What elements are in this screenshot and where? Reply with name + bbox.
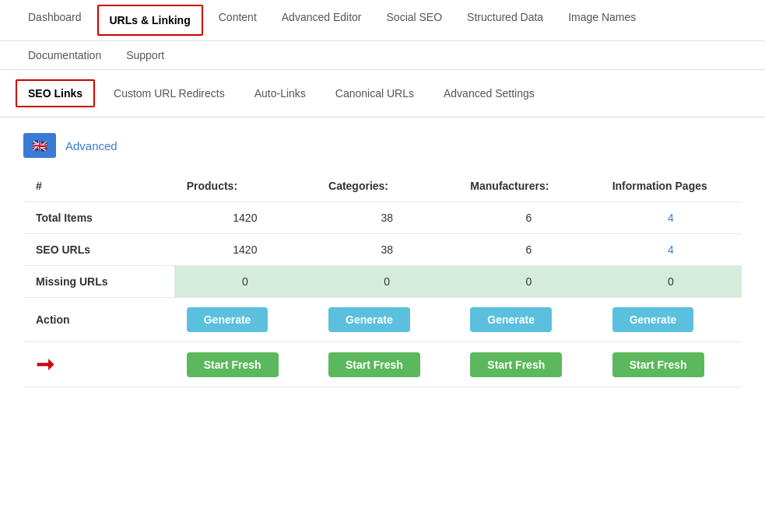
- start-fresh-categories-button[interactable]: Start Fresh: [328, 352, 420, 377]
- nav-content[interactable]: Content: [206, 0, 269, 40]
- row-missing-urls-categories: 0: [316, 266, 458, 298]
- row-seo-urls-manufacturers: 6: [458, 234, 599, 266]
- start-fresh-products-button[interactable]: Start Fresh: [187, 352, 279, 377]
- sub-nav: SEO Links Custom URL Redirects Auto-Link…: [0, 70, 765, 117]
- subnav-seo-links[interactable]: SEO Links: [16, 79, 95, 107]
- start-fresh-manufacturers-button[interactable]: Start Fresh: [470, 352, 562, 377]
- subnav-custom-url-redirects[interactable]: Custom URL Redirects: [103, 81, 236, 106]
- table-header-row: # Products: Categories: Manufacturers: I…: [23, 170, 742, 202]
- action-row: Action Generate Generate Generate Genera…: [23, 298, 742, 342]
- nav-support[interactable]: Support: [114, 41, 177, 69]
- row-seo-urls-label: SEO URLs: [23, 234, 174, 266]
- action-generate-products: Generate: [174, 298, 316, 342]
- col-header-products: Products:: [174, 170, 316, 202]
- top-nav-row1: Dashboard URLs & Linking Content Advance…: [0, 0, 765, 41]
- language-row: 🇬🇧 Advanced: [23, 133, 742, 158]
- start-fresh-products: Start Fresh: [174, 342, 316, 387]
- main-content: 🇬🇧 Advanced # Products: Categories: Manu…: [0, 117, 765, 403]
- generate-products-button[interactable]: Generate: [187, 307, 268, 332]
- row-total-items-products: 1420: [174, 202, 316, 234]
- row-missing-urls-info-pages: 0: [600, 266, 742, 298]
- start-fresh-row: ➞ Start Fresh Start Fresh Start Fresh St…: [23, 342, 742, 387]
- action-generate-info-pages: Generate: [600, 298, 742, 342]
- generate-manufacturers-button[interactable]: Generate: [470, 307, 552, 332]
- nav-dashboard[interactable]: Dashboard: [16, 0, 94, 40]
- start-fresh-categories: Start Fresh: [316, 342, 458, 387]
- action-label: Action: [23, 298, 174, 342]
- start-fresh-arrow-cell: ➞: [23, 342, 174, 387]
- nav-structured-data[interactable]: Structured Data: [454, 0, 556, 40]
- seo-links-table: # Products: Categories: Manufacturers: I…: [23, 170, 742, 387]
- nav-advanced-editor[interactable]: Advanced Editor: [269, 0, 374, 40]
- generate-info-pages-button[interactable]: Generate: [612, 307, 694, 332]
- table-row: SEO URLs 1420 38 6 4: [23, 234, 742, 266]
- row-seo-urls-categories: 38: [316, 234, 458, 266]
- start-fresh-manufacturers: Start Fresh: [458, 342, 599, 387]
- col-header-info-pages: Information Pages: [600, 170, 742, 202]
- nav-urls-linking[interactable]: URLs & Linking: [97, 5, 203, 36]
- row-total-items-manufacturers: 6: [458, 202, 599, 234]
- language-badge[interactable]: 🇬🇧: [23, 133, 56, 158]
- subnav-auto-links[interactable]: Auto-Links: [244, 81, 317, 106]
- action-generate-categories: Generate: [316, 298, 458, 342]
- start-fresh-info-pages-button[interactable]: Start Fresh: [612, 352, 704, 377]
- row-missing-urls-label: Missing URLs: [23, 266, 174, 298]
- nav-image-names[interactable]: Image Names: [556, 0, 648, 40]
- row-seo-urls-info-pages[interactable]: 4: [600, 234, 742, 266]
- red-arrow-icon: ➞: [36, 352, 162, 377]
- subnav-canonical-urls[interactable]: Canonical URLs: [325, 81, 425, 106]
- row-total-items-categories: 38: [316, 202, 458, 234]
- row-total-items-info-pages[interactable]: 4: [600, 202, 742, 234]
- advanced-label[interactable]: Advanced: [65, 139, 118, 152]
- subnav-advanced-settings[interactable]: Advanced Settings: [433, 81, 546, 106]
- table-row: Total Items 1420 38 6 4: [23, 202, 742, 234]
- col-header-categories: Categories:: [316, 170, 458, 202]
- nav-documentation[interactable]: Documentation: [16, 41, 114, 69]
- row-total-items-label: Total Items: [23, 202, 174, 234]
- col-header-manufacturers: Manufacturers:: [458, 170, 599, 202]
- generate-categories-button[interactable]: Generate: [328, 307, 410, 332]
- nav-social-seo[interactable]: Social SEO: [374, 0, 455, 40]
- top-nav-row2: Documentation Support: [0, 41, 765, 70]
- action-generate-manufacturers: Generate: [458, 298, 599, 342]
- table-row: Missing URLs 0 0 0 0: [23, 266, 742, 298]
- row-missing-urls-manufacturers: 0: [458, 266, 599, 298]
- col-header-hash: #: [23, 170, 174, 202]
- start-fresh-info-pages: Start Fresh: [600, 342, 742, 387]
- row-missing-urls-products: 0: [174, 266, 316, 298]
- row-seo-urls-products: 1420: [174, 234, 316, 266]
